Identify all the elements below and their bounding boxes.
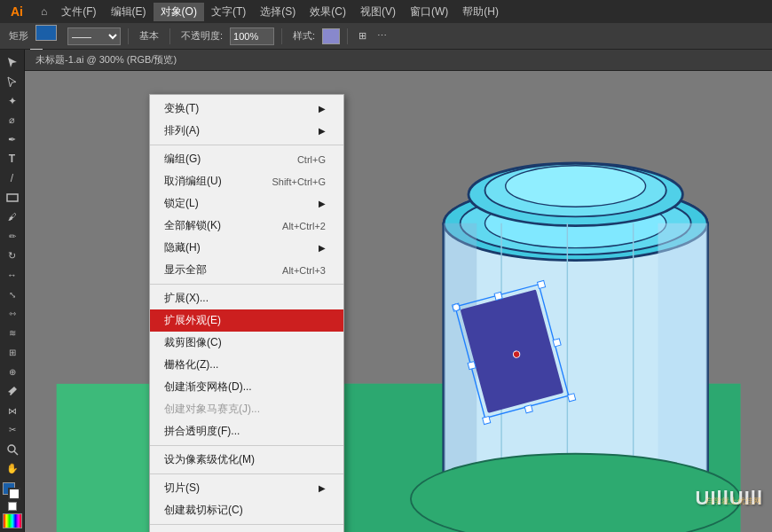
menu-text[interactable]: 文字(T): [204, 3, 253, 21]
tool-free-transform[interactable]: ⊞: [2, 343, 23, 362]
dropdown-item-6[interactable]: 隐藏(H)▶: [150, 237, 343, 259]
tool-direct-select[interactable]: [2, 73, 23, 91]
none-color[interactable]: [8, 502, 17, 511]
toolbar-shape-label: 矩形: [5, 27, 32, 44]
svg-rect-26: [483, 416, 491, 424]
tool-rect[interactable]: [2, 189, 23, 207]
menu-bar: Ai ⌂ 文件(F) 编辑(E) 对象(O) 文字(T) 选择(S) 效果(C)…: [0, 0, 772, 23]
svg-rect-29: [524, 405, 532, 413]
svg-rect-30: [468, 362, 476, 370]
svg-rect-17: [658, 223, 708, 495]
tool-scale[interactable]: ⤡: [2, 286, 23, 304]
dropdown-item-4[interactable]: 锁定(L)▶: [150, 192, 343, 215]
svg-rect-25: [538, 280, 546, 288]
tool-type[interactable]: T: [2, 150, 23, 168]
menu-home[interactable]: ⌂: [34, 4, 54, 20]
toolbar-style-label: 样式:: [289, 27, 319, 44]
dropdown-separator-15: [150, 473, 343, 474]
toolbar-more-button[interactable]: ⋯: [374, 28, 390, 43]
menu-help[interactable]: 帮助(H): [455, 3, 506, 21]
dropdown-item-10[interactable]: 裁剪图像(C): [150, 332, 343, 354]
svg-point-1: [8, 445, 15, 452]
menu-select[interactable]: 选择(S): [253, 3, 303, 21]
tool-scissors[interactable]: ✂: [2, 420, 23, 439]
color-boxes[interactable]: [35, 25, 60, 48]
tool-pen[interactable]: ✒: [2, 130, 23, 149]
toolbar-separator-1: [128, 28, 129, 44]
dropdown-item-11[interactable]: 栅格化(Z)...: [150, 354, 343, 376]
dropdown-item-0[interactable]: 变换(T)▶: [150, 98, 343, 120]
svg-point-16: [506, 166, 646, 207]
tool-shape-builder[interactable]: ⊕: [2, 363, 23, 381]
main-area: ✦ ⌀ ✒ T / 🖌 ✏ ↻ ↔ ⤡ ⇿ ≋ ⊞ ⊕ ⋈ ✂ ✋: [0, 50, 772, 532]
dropdown-item-12[interactable]: 创建渐变网格(D)...: [150, 376, 343, 398]
tool-rotate[interactable]: ↻: [2, 246, 23, 265]
tool-select[interactable]: [2, 53, 23, 72]
svg-rect-18: [444, 223, 477, 495]
tool-magic-wand[interactable]: ✦: [2, 92, 23, 111]
menu-file[interactable]: 文件(F): [54, 3, 103, 21]
canvas-illustration: [25, 71, 772, 532]
canvas-tab-title: 未标题-1.ai @ 300% (RGB/预览): [35, 53, 177, 66]
dropdown-separator-7: [150, 284, 343, 285]
menu-edit[interactable]: 编辑(E): [104, 3, 154, 21]
tool-line[interactable]: /: [2, 169, 23, 188]
foreground-color[interactable]: [3, 482, 22, 499]
tool-lasso[interactable]: ⌀: [2, 111, 23, 129]
dropdown-separator-1: [150, 145, 343, 145]
svg-rect-27: [568, 394, 576, 402]
toolbar-stroke-dropdown[interactable]: ——: [67, 27, 121, 45]
tool-width[interactable]: ⇿: [2, 305, 23, 324]
dropdown-item-5[interactable]: 全部解锁(K)Alt+Ctrl+2: [150, 215, 343, 237]
svg-line-2: [14, 451, 18, 455]
fill-color[interactable]: [35, 25, 57, 41]
tool-reflect[interactable]: ↔: [2, 266, 23, 285]
canvas-area: 未标题-1.ai @ 300% (RGB/预览): [25, 50, 772, 532]
app-logo: Ai: [4, 1, 30, 22]
object-menu-dropdown: 变换(T)▶排列(A)▶编组(G)Ctrl+G取消编组(U)Shift+Ctrl…: [149, 94, 344, 532]
tool-blend[interactable]: ⋈: [2, 402, 23, 420]
dropdown-item-13[interactable]: 创建对象马赛克(J)...: [150, 398, 343, 420]
toolbar-grid-button[interactable]: ⊞: [355, 28, 370, 43]
menu-object[interactable]: 对象(O): [154, 3, 204, 21]
dropdown-item-1[interactable]: 排列(A)▶: [150, 120, 343, 142]
toolbar: 矩形 —— 基本 不透明度: 样式: ⊞ ⋯: [0, 23, 772, 50]
toolbar-separator-4: [347, 28, 348, 44]
toolbar-separator-2: [169, 28, 170, 44]
color-mode-buttons: [8, 502, 17, 511]
menu-effect[interactable]: 效果(C): [303, 3, 353, 21]
tool-hand[interactable]: ✋: [2, 459, 23, 478]
tools-panel: ✦ ⌀ ✒ T / 🖌 ✏ ↻ ↔ ⤡ ⇿ ≋ ⊞ ⊕ ⋈ ✂ ✋: [0, 50, 25, 532]
color-spectrum[interactable]: [3, 513, 22, 528]
dropdown-item-2[interactable]: 编组(G)Ctrl+G: [150, 148, 343, 170]
toolbar-opacity-input[interactable]: [230, 27, 274, 45]
toolbar-style-box[interactable]: [322, 28, 340, 44]
tool-zoom[interactable]: [2, 440, 23, 458]
menu-view[interactable]: 视图(V): [353, 3, 403, 21]
dropdown-item-7[interactable]: 显示全部Alt+Ctrl+3: [150, 259, 343, 281]
toolbar-preset-label: 基本: [136, 27, 162, 44]
dropdown-item-3[interactable]: 取消编组(U)Shift+Ctrl+G: [150, 170, 343, 192]
tool-pencil[interactable]: ✏: [2, 227, 23, 246]
tool-eyedropper[interactable]: [2, 382, 23, 401]
dropdown-separator-14: [150, 445, 343, 446]
canvas-tab: 未标题-1.ai @ 300% (RGB/预览): [25, 50, 772, 71]
dropdown-item-18[interactable]: 路径(P)▶: [150, 528, 343, 532]
dropdown-item-15[interactable]: 设为像素级优化(M): [150, 449, 343, 471]
svg-rect-28: [494, 292, 502, 300]
dropdown-item-16[interactable]: 切片(S)▶: [150, 477, 343, 499]
dropdown-item-14[interactable]: 拼合透明度(F)...: [150, 420, 343, 442]
dropdown-item-9[interactable]: 扩展外观(E): [150, 309, 343, 332]
dropdown-item-8[interactable]: 扩展(X)...: [150, 287, 343, 309]
tool-warp[interactable]: ≋: [2, 324, 23, 342]
toolbar-opacity-label: 不透明度:: [177, 27, 226, 44]
svg-rect-31: [553, 339, 561, 347]
canvas-content[interactable]: 变换(T)▶排列(A)▶编组(G)Ctrl+G取消编组(U)Shift+Ctrl…: [25, 71, 772, 532]
toolbar-separator-3: [281, 28, 282, 44]
svg-rect-0: [7, 194, 18, 201]
menu-window[interactable]: 窗口(W): [403, 3, 455, 21]
tool-brush[interactable]: 🖌: [2, 208, 23, 227]
dropdown-separator-17: [150, 524, 343, 525]
dropdown-item-17[interactable]: 创建裁切标记(C): [150, 499, 343, 521]
